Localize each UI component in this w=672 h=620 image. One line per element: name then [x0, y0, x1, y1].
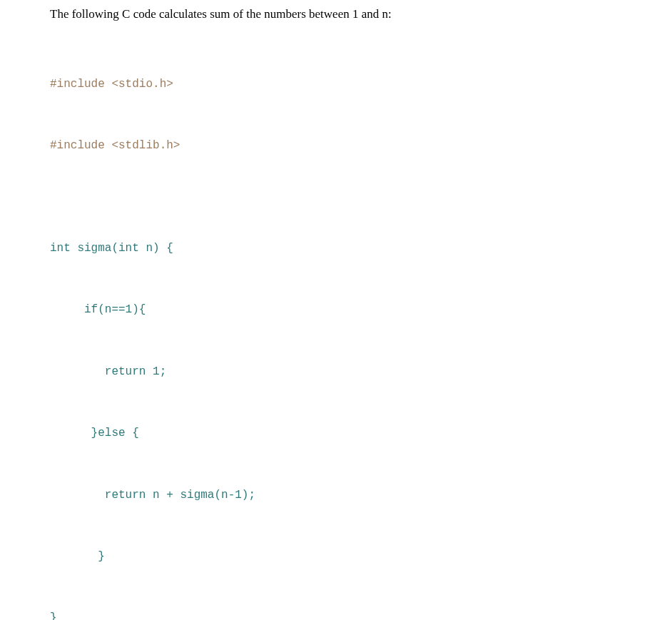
c-code-line: #include <stdlib.h>	[50, 136, 636, 156]
intro-paragraph: The following C code calculates sum of t…	[50, 7, 636, 21]
c-code-line: }	[50, 608, 636, 620]
document-content: The following C code calculates sum of t…	[0, 0, 672, 620]
c-code-line: #include <stdio.h>	[50, 74, 636, 95]
c-code-line: }	[50, 547, 636, 567]
c-code-line: int sigma(int n) {	[50, 238, 636, 259]
c-code-block: #include <stdio.h> #include <stdlib.h> i…	[50, 33, 636, 620]
c-code-line: }else {	[50, 423, 636, 444]
c-code-line: if(n==1){	[50, 300, 636, 320]
c-code-line: return n + sigma(n-1);	[50, 485, 636, 506]
c-code-line: return 1;	[50, 362, 636, 382]
